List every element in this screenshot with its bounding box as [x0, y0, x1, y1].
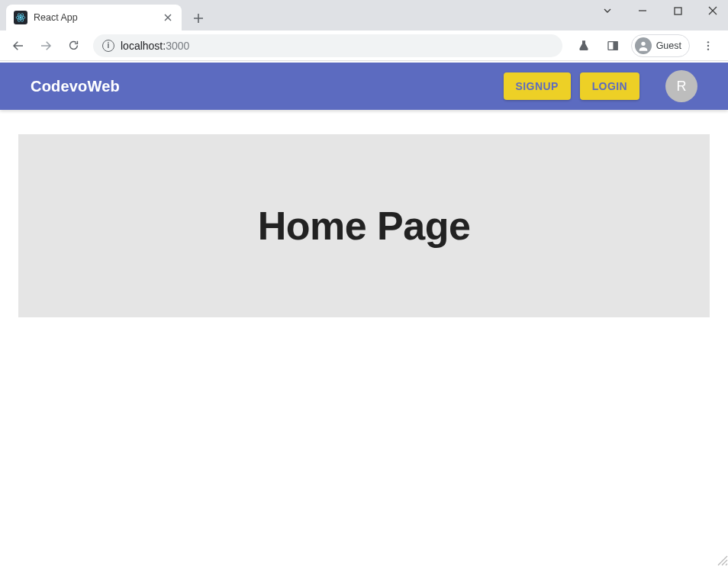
svg-point-0 — [20, 17, 21, 18]
page-title: Home Page — [258, 203, 471, 249]
site-info-icon[interactable]: i — [102, 40, 114, 52]
svg-point-9 — [707, 41, 709, 43]
forward-button[interactable] — [34, 34, 58, 58]
login-button[interactable]: LOGIN — [580, 72, 639, 100]
brand-title[interactable]: CodevoWeb — [31, 78, 494, 95]
panel-icon[interactable] — [602, 35, 623, 56]
kebab-menu-icon[interactable] — [697, 35, 719, 56]
window-controls — [597, 3, 723, 18]
app-header: CodevoWeb SIGNUP LOGIN R — [0, 63, 728, 110]
user-avatar[interactable]: R — [665, 70, 697, 102]
browser-tab[interactable]: React App — [6, 5, 182, 31]
address-bar[interactable]: i localhost:3000 — [93, 34, 562, 57]
reload-button[interactable] — [61, 34, 85, 58]
tab-close-icon[interactable] — [162, 11, 174, 24]
toolbar-right: Guest — [570, 34, 722, 57]
profile-chip[interactable]: Guest — [631, 34, 690, 57]
svg-rect-7 — [614, 41, 617, 50]
page-viewport: CodevoWeb SIGNUP LOGIN R Home Page — [0, 61, 728, 563]
svg-point-10 — [707, 44, 709, 46]
minimize-button[interactable] — [632, 3, 653, 18]
url-text: localhost:3000 — [121, 40, 189, 52]
svg-point-8 — [641, 41, 645, 45]
hero-section: Home Page — [18, 134, 710, 317]
svg-rect-4 — [675, 8, 681, 14]
back-button[interactable] — [6, 34, 31, 58]
browser-toolbar: i localhost:3000 Guest — [0, 31, 728, 61]
maximize-button[interactable] — [667, 3, 688, 18]
react-favicon — [14, 11, 27, 24]
new-tab-button[interactable] — [188, 8, 209, 29]
chevron-down-icon[interactable] — [597, 3, 618, 18]
person-icon — [635, 37, 652, 54]
profile-label: Guest — [656, 40, 681, 51]
url-host: localhost: — [121, 40, 166, 52]
url-port: 3000 — [166, 40, 189, 52]
signup-button[interactable]: SIGNUP — [504, 72, 571, 100]
close-window-button[interactable] — [702, 3, 723, 18]
titlebar: React App — [0, 0, 728, 31]
resize-handle-icon[interactable] — [717, 555, 728, 566]
tab-title: React App — [34, 12, 156, 23]
browser-chrome: React App — [0, 0, 728, 61]
labs-icon[interactable] — [573, 35, 594, 56]
svg-point-11 — [707, 48, 709, 50]
